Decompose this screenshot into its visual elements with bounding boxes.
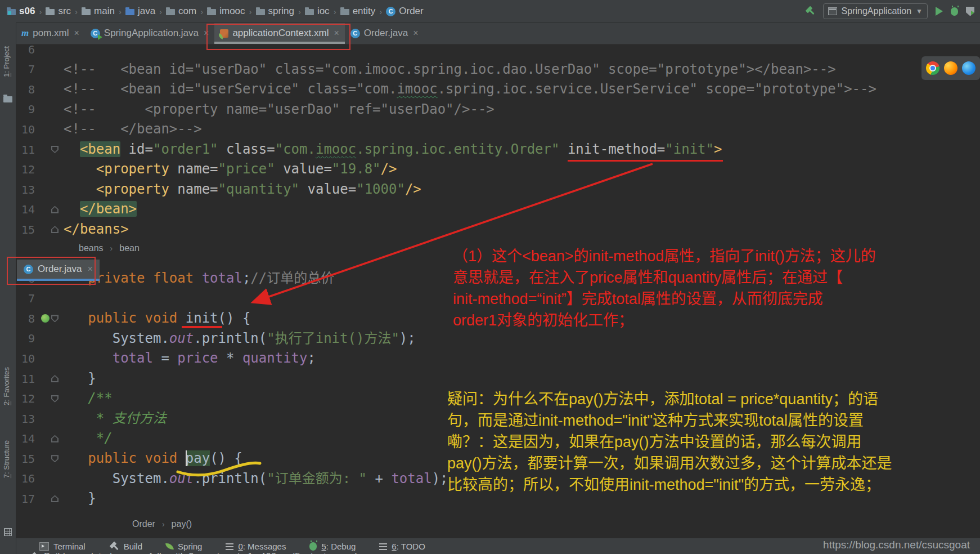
runnable-class-icon bbox=[91, 29, 100, 38]
tool-window-button-Messages[interactable]: 0: Messages bbox=[226, 542, 286, 551]
code-line-9[interactable]: 9<!-- <property name="userDao" ref="user… bbox=[16, 100, 980, 120]
code-text: total = price * quantity; bbox=[64, 349, 316, 369]
fold-marker[interactable] bbox=[51, 455, 59, 462]
line-number: 10 bbox=[16, 123, 35, 136]
breadcrumb-item-imooc[interactable]: imooc bbox=[207, 6, 245, 17]
breadcrumb-item-com[interactable]: com bbox=[166, 6, 196, 17]
breadcrumb-label: spring bbox=[268, 6, 294, 17]
code-text: System.out.println("订单金额为: " + total); bbox=[64, 469, 448, 489]
code-line-8[interactable]: 8<!-- <bean id="userService" class="com.… bbox=[16, 79, 980, 100]
stripe-project-button[interactable]: 1: Project bbox=[2, 46, 11, 77]
folder-icon bbox=[82, 9, 91, 15]
code-line-15[interactable]: 15</beans> bbox=[16, 220, 980, 240]
breadcrumb-item-beans[interactable]: beans bbox=[79, 243, 104, 253]
java-class-icon bbox=[350, 29, 360, 38]
code-text: <!-- <property name="userDao" ref="userD… bbox=[64, 100, 495, 120]
tab-SpringApplication.java[interactable]: SpringApplication.java× bbox=[85, 23, 215, 44]
fold-marker[interactable] bbox=[51, 226, 59, 233]
line-number: 11 bbox=[16, 143, 35, 157]
line-number: 14 bbox=[16, 203, 35, 216]
line-number: 12 bbox=[16, 392, 35, 405]
tab-pom.xml[interactable]: pom.xml× bbox=[16, 23, 85, 44]
chevron-right-icon: › bbox=[334, 7, 336, 16]
edge-icon[interactable] bbox=[962, 61, 975, 75]
close-icon[interactable]: × bbox=[74, 28, 79, 38]
tool-window-button-Spring[interactable]: Spring bbox=[166, 542, 202, 551]
code-line-12[interactable]: 12 <property name="price" value="19.8"/> bbox=[16, 159, 980, 180]
line-number: 7 bbox=[16, 292, 35, 305]
breadcrumb-item-s06[interactable]: s06 bbox=[7, 6, 35, 17]
spring-bean-icon bbox=[41, 314, 50, 323]
breadcrumb-label: main bbox=[94, 6, 115, 17]
xml-editor[interactable]: 67<!-- <bean id="userDao" class="com.imo… bbox=[16, 39, 980, 240]
tool-window-label: 0: Messages bbox=[238, 542, 286, 551]
tool-window-button-TODO[interactable]: 6: TODO bbox=[379, 542, 425, 551]
gutter-zone bbox=[35, 226, 64, 233]
code-line-10[interactable]: 10<!-- </bean>--> bbox=[16, 119, 980, 140]
breadcrumb-item-ioc[interactable]: ioc bbox=[305, 6, 330, 17]
tool-window-label: 6: TODO bbox=[392, 542, 425, 551]
close-icon[interactable]: × bbox=[413, 28, 418, 38]
breadcrumb-item-java[interactable]: java bbox=[125, 6, 155, 17]
chevron-right-icon: › bbox=[119, 7, 122, 16]
breadcrumb-item-entity[interactable]: entity bbox=[340, 6, 376, 17]
fold-marker[interactable] bbox=[51, 146, 59, 153]
breadcrumb-item-Order[interactable]: Order bbox=[132, 519, 155, 529]
coverage-button[interactable] bbox=[966, 7, 974, 16]
yellow-annotation-note: 疑问：为什么不在pay()方法中，添加total = price*quantit… bbox=[447, 388, 892, 495]
code-text: System.out.println("执行了init()方法"); bbox=[64, 329, 416, 349]
tool-window-button-Build[interactable]: Build bbox=[109, 542, 142, 552]
spring-icon bbox=[165, 542, 174, 551]
fold-marker[interactable] bbox=[51, 206, 59, 213]
maven-icon bbox=[21, 28, 29, 39]
code-line-9[interactable]: 9 System.out.println("执行了init()方法"); bbox=[16, 329, 980, 349]
tool-window-button-Terminal[interactable]: Terminal bbox=[39, 542, 86, 551]
annotation-underline-init-method bbox=[568, 160, 723, 162]
code-line-13[interactable]: 13 <property name="quantity" value="1000… bbox=[16, 180, 980, 200]
chevron-right-icon: › bbox=[298, 7, 301, 16]
status-message-text: Build completed successfully with 2 warn… bbox=[44, 551, 358, 554]
line-number: 8 bbox=[16, 83, 35, 96]
breadcrumb-item-main[interactable]: main bbox=[82, 6, 115, 17]
fold-marker[interactable] bbox=[51, 315, 59, 322]
line-number: 13 bbox=[16, 183, 35, 196]
tab-Order.java[interactable]: Order.java× bbox=[345, 23, 424, 44]
status-message: Build completed successfully with 2 warn… bbox=[29, 551, 358, 554]
chevron-right-icon: › bbox=[379, 7, 382, 16]
yellow-note-line: 嘞？：这是因为，如果在pay()方法中设置的话，那么每次调用 bbox=[447, 431, 892, 453]
fold-marker[interactable] bbox=[51, 395, 59, 403]
breadcrumb-item-src[interactable]: src bbox=[46, 6, 71, 17]
build-project-button[interactable] bbox=[805, 6, 815, 16]
firefox-icon[interactable] bbox=[944, 61, 957, 75]
breadcrumb-item-bean[interactable]: bean bbox=[119, 243, 140, 253]
breadcrumb-item-pay()[interactable]: pay() bbox=[172, 519, 192, 529]
code-line-7[interactable]: 7<!-- <bean id="userDao" class="com.imoo… bbox=[16, 60, 980, 80]
tool-window-buttons: TerminalBuildSpring0: Messages5: Debug6:… bbox=[0, 542, 425, 552]
fold-marker[interactable] bbox=[51, 495, 59, 502]
line-number: 12 bbox=[16, 163, 35, 176]
breadcrumb-item-Order[interactable]: Order bbox=[386, 6, 423, 17]
run-config-combo[interactable]: SpringApplication ▼ bbox=[823, 3, 928, 19]
stripe-structure-button[interactable]: 7: Structure bbox=[2, 440, 11, 478]
code-line-10[interactable]: 10 total = price * quantity; bbox=[16, 349, 980, 369]
debug-button[interactable] bbox=[951, 7, 958, 16]
gutter-zone bbox=[35, 146, 64, 153]
fold-marker[interactable] bbox=[51, 375, 59, 382]
breadcrumb-label: ioc bbox=[317, 6, 330, 17]
chrome-icon[interactable] bbox=[926, 61, 939, 75]
code-line-11[interactable]: 11 } bbox=[16, 369, 980, 389]
run-button[interactable] bbox=[936, 7, 943, 16]
stripe-favorites-button[interactable]: 2: Favorites bbox=[2, 367, 11, 405]
code-line-11[interactable]: 11 <bean id="order1" class="com.imooc.sp… bbox=[16, 140, 980, 160]
fold-marker[interactable] bbox=[51, 435, 59, 443]
code-text: /** bbox=[64, 388, 113, 409]
line-number: 6 bbox=[16, 43, 35, 56]
breadcrumb-item-spring[interactable]: spring bbox=[256, 6, 294, 17]
package-icon bbox=[207, 9, 216, 15]
tool-window-label: Spring bbox=[178, 542, 202, 551]
editor-tab-bar: pom.xml×SpringApplication.java×applicati… bbox=[16, 23, 980, 44]
line-number: 17 bbox=[16, 492, 35, 506]
code-line-14[interactable]: 14 </bean> bbox=[16, 199, 980, 220]
code-text: } bbox=[64, 489, 96, 509]
tool-window-button-Debug[interactable]: 5: Debug bbox=[309, 542, 356, 551]
